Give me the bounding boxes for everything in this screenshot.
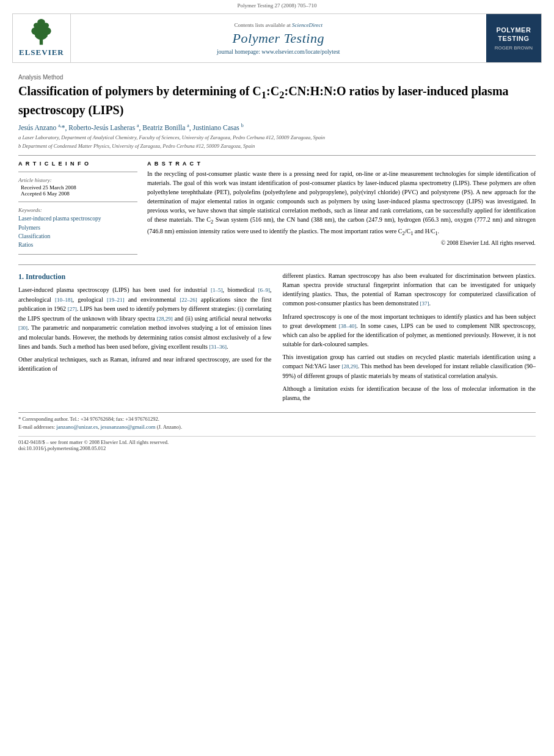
- footnote-area: * Corresponding author. Tel.: +34 976762…: [18, 412, 536, 431]
- ref-6-9[interactable]: [6–9]: [258, 287, 271, 293]
- intro-para-5: This investigation group has carried out…: [283, 352, 536, 380]
- affiliation-a: a Laser Laboratory, Department of Analyt…: [18, 134, 536, 142]
- ref-22-26[interactable]: [22–26]: [180, 297, 197, 303]
- doi-line: doi:10.1016/j.polymertesting.2008.05.012: [18, 445, 536, 451]
- abstract-copyright: © 2008 Elsevier Ltd. All rights reserved…: [147, 240, 536, 246]
- intro-para-3: different plastics. Raman spectroscopy h…: [283, 271, 536, 308]
- elsevier-wordmark: ELSEVIER: [19, 48, 64, 57]
- article-info-col: A R T I C L E I N F O Article history: R…: [18, 161, 137, 260]
- intro-title: Introduction: [26, 272, 65, 281]
- intro-heading: 1. Introduction: [18, 271, 272, 282]
- intro-para-4: Infrared spectroscopy is one of the most…: [283, 312, 536, 349]
- info-abstract-row: A R T I C L E I N F O Article history: R…: [18, 161, 536, 260]
- elsevier-tree-icon: [24, 19, 58, 46]
- ref-38-40[interactable]: [38–40]: [339, 323, 357, 329]
- journal-badge: POLYMERTESTING ROGER BROWN: [486, 14, 541, 62]
- article-info-header: A R T I C L E I N F O: [18, 161, 137, 167]
- bottom-bar: 0142-9418/$ – see front matter © 2008 El…: [18, 436, 536, 451]
- ref-31-36[interactable]: [31–36]: [209, 344, 227, 350]
- page-wrapper: Polymer Testing 27 (2008) 705–710 ELSEVI…: [0, 0, 554, 756]
- journal-title: Polymer Testing: [233, 31, 324, 46]
- received-date: Received 25 March 2008: [21, 184, 137, 191]
- keywords-divider: [18, 202, 137, 202]
- journal-ref-text: Polymer Testing 27 (2008) 705–710: [237, 2, 316, 9]
- intro-para-2: Other analytical techniques, such as Ram…: [18, 355, 272, 373]
- keywords-bottom-divider: [18, 254, 137, 255]
- accepted-date: Accepted 6 May 2008: [21, 191, 137, 197]
- contents-text: Contents lists available at: [234, 22, 290, 28]
- journal-title-area: Contents lists available at ScienceDirec…: [71, 14, 486, 62]
- ref-28-29[interactable]: [28,29]: [157, 316, 173, 322]
- badge-title: POLYMERTESTING: [496, 26, 531, 43]
- body-top-divider: [18, 264, 536, 265]
- section-tag: Analysis Method: [18, 74, 536, 81]
- intro-number: 1.: [18, 272, 24, 281]
- journal-homepage-link[interactable]: journal homepage: www.elsevier.com/locat…: [217, 49, 340, 55]
- history-label: Article history:: [18, 177, 137, 183]
- ref-27[interactable]: [27]: [68, 306, 77, 312]
- ref-37[interactable]: [37]: [420, 300, 429, 307]
- ref-10-18[interactable]: [10–18]: [55, 297, 73, 303]
- keyword-1: Laser-induced plasma spectroscopy: [18, 214, 137, 223]
- body-col-left: 1. Introduction Laser-induced plasma spe…: [18, 271, 272, 406]
- sciencedirect-link[interactable]: ScienceDirect: [292, 22, 323, 28]
- main-content: Analysis Method Classification of polyme…: [0, 63, 554, 457]
- keyword-4: Ratios: [18, 241, 137, 249]
- keyword-3: Classification: [18, 232, 137, 241]
- abstract-text: In the recycling of post-consumer plasti…: [147, 169, 536, 238]
- badge-sub: ROGER BROWN: [495, 45, 533, 51]
- issn-line: 0142-9418/$ – see front matter © 2008 El…: [18, 439, 536, 445]
- journal-header: ELSEVIER Contents lists available at Sci…: [12, 13, 542, 63]
- intro-para-6: Although a limitation exists for identif…: [283, 384, 536, 402]
- ref-30[interactable]: [30]: [18, 325, 27, 331]
- email-1[interactable]: janzano@unizar.es: [56, 424, 98, 430]
- keywords-label: Keywords:: [18, 207, 137, 213]
- info-divider: [18, 172, 137, 172]
- body-columns: 1. Introduction Laser-induced plasma spe…: [18, 271, 536, 406]
- intro-para-1: Laser-induced plasma spectroscopy (LIPS)…: [18, 285, 272, 351]
- article-title: Classification of polymers by determinin…: [18, 83, 536, 118]
- email-2[interactable]: jesusanzano@gmail.com: [101, 424, 156, 430]
- header-divider: [18, 155, 536, 156]
- keyword-2: Polymers: [18, 224, 137, 232]
- body-col-right: different plastics. Raman spectroscopy h…: [283, 271, 536, 406]
- ref-28-29b[interactable]: [28,29]: [341, 363, 357, 369]
- author-name: (J. Anzano).: [157, 424, 182, 430]
- abstract-header: A B S T R A C T: [147, 161, 536, 167]
- sciencedirect-line: Contents lists available at ScienceDirec…: [234, 22, 323, 28]
- email-label: E-mail addresses:: [18, 424, 55, 430]
- affiliation-b: b Department of Condensed Matter Physics…: [18, 143, 536, 150]
- elsevier-logo: ELSEVIER: [19, 19, 64, 57]
- journal-reference-bar: Polymer Testing 27 (2008) 705–710: [0, 0, 554, 10]
- corresponding-author-note: * Corresponding author. Tel.: +34 976762…: [18, 416, 536, 423]
- email-note: E-mail addresses: janzano@unizar.es, jes…: [18, 423, 536, 431]
- journal-homepage: journal homepage: www.elsevier.com/locat…: [217, 49, 340, 55]
- svg-point-7: [38, 19, 46, 26]
- ref-1-5[interactable]: [1–5]: [211, 287, 223, 293]
- elsevier-logo-area: ELSEVIER: [13, 14, 71, 62]
- authors: Jesús Anzano a,*, Roberto-Jesús Lasheras…: [18, 123, 536, 131]
- abstract-col: A B S T R A C T In the recycling of post…: [147, 161, 536, 260]
- ref-19-21[interactable]: [19–21]: [107, 297, 125, 303]
